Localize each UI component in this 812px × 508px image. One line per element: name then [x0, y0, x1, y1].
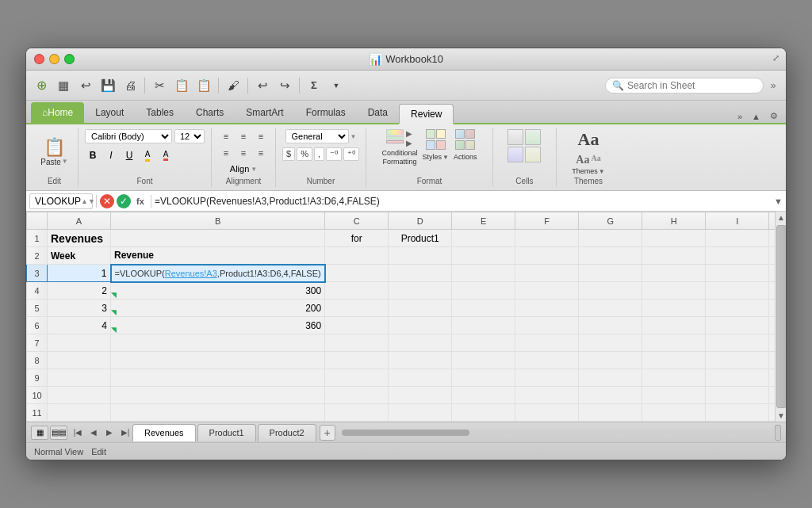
tab-charts[interactable]: Charts — [185, 102, 235, 123]
cell-f5[interactable] — [515, 300, 579, 317]
undo-button[interactable]: ↩ — [75, 75, 96, 96]
cell-i2[interactable] — [706, 247, 769, 265]
align-top-right-button[interactable]: ≡ — [253, 129, 269, 143]
search-input[interactable] — [627, 80, 756, 91]
copy-button[interactable]: 📋 — [171, 75, 192, 96]
formula-input[interactable] — [155, 196, 771, 207]
cell-a2[interactable]: Week — [48, 247, 111, 265]
cell-f9[interactable] — [515, 369, 579, 387]
cell-i8[interactable] — [706, 352, 769, 369]
formula-dropdown-button[interactable]: ▼ — [774, 197, 783, 206]
fullscreen-button[interactable]: ⤢ — [772, 53, 779, 63]
cell-g1[interactable] — [579, 230, 642, 247]
formula-function-button[interactable]: fx — [133, 194, 147, 208]
toolbar-overflow-button[interactable]: » — [765, 78, 781, 94]
cell-c3[interactable] — [325, 265, 389, 282]
cell-style-4[interactable] — [525, 147, 541, 162]
tab-review[interactable]: Review — [399, 104, 454, 124]
align-button[interactable]: Align ▼ — [227, 162, 260, 175]
cell-h6[interactable] — [642, 317, 706, 334]
ribbon-settings-button[interactable]: ⚙ — [767, 109, 781, 123]
tab-data[interactable]: Data — [357, 102, 399, 123]
cell-f10[interactable] — [515, 387, 579, 404]
conditional-formatting-button[interactable]: ▶ ▶ ConditionalFormatting — [381, 129, 417, 166]
align-center-button[interactable]: ≡ — [236, 146, 251, 160]
highlight-color-button[interactable]: A — [140, 147, 155, 163]
cell-g6[interactable] — [579, 317, 642, 334]
cell-a1[interactable]: Revenues — [48, 230, 111, 247]
cell-g7[interactable] — [579, 334, 642, 352]
cell-c8[interactable] — [325, 352, 389, 369]
page-view-button[interactable]: ▤▤ — [50, 426, 67, 440]
cell-c2[interactable] — [325, 247, 389, 265]
cell-d7[interactable] — [389, 334, 452, 352]
save-button[interactable]: 💾 — [98, 75, 118, 96]
cell-g11[interactable] — [579, 404, 642, 422]
cell-h11[interactable] — [642, 404, 706, 422]
first-sheet-button[interactable]: |◀ — [71, 426, 85, 440]
print-button[interactable]: 🖨 — [120, 75, 140, 96]
cell-g8[interactable] — [579, 352, 642, 369]
decrease-decimal-button[interactable]: ⁻⁰ — [326, 147, 342, 161]
cell-e9[interactable] — [452, 369, 515, 387]
scroll-down-button[interactable]: ▼ — [776, 410, 786, 422]
sheet-resize-handle[interactable] — [775, 425, 781, 441]
cell-i10[interactable] — [706, 387, 769, 404]
col-header-j[interactable]: J — [769, 212, 775, 230]
cell-f6[interactable] — [515, 317, 579, 334]
cell-reference-box[interactable]: VLOOKUP ▲▼ — [29, 193, 93, 209]
cell-a11[interactable] — [48, 404, 111, 422]
cell-e5[interactable] — [452, 300, 515, 317]
collapse-ribbon-button[interactable]: ▲ — [749, 110, 764, 123]
font-color-button[interactable]: A — [158, 147, 174, 163]
maximize-button[interactable] — [64, 54, 75, 64]
number-format-arrow[interactable]: ▼ — [350, 133, 357, 140]
cell-d8[interactable] — [389, 352, 452, 369]
cell-c5[interactable] — [325, 300, 389, 317]
cell-a8[interactable] — [48, 352, 111, 369]
sheet-tab-revenues[interactable]: Revenues — [132, 424, 196, 441]
align-right-button[interactable]: ≡ — [253, 146, 269, 160]
actions-button[interactable]: Actions — [454, 129, 477, 161]
cell-c9[interactable] — [325, 369, 389, 387]
col-header-h[interactable]: H — [642, 212, 706, 230]
add-sheet-button[interactable]: + — [320, 425, 335, 441]
cell-h7[interactable] — [642, 334, 706, 352]
cell-e2[interactable] — [452, 247, 515, 265]
scroll-up-button[interactable]: ▲ — [776, 212, 786, 223]
align-dropdown-arrow[interactable]: ▼ — [251, 166, 257, 173]
align-top-center-button[interactable]: ≡ — [236, 129, 251, 143]
cell-i4[interactable] — [706, 282, 769, 300]
cell-d2[interactable] — [389, 247, 452, 265]
format-painter-button[interactable]: 🖌 — [223, 75, 243, 96]
percent-button[interactable]: % — [297, 147, 312, 161]
cell-j7[interactable] — [769, 334, 775, 352]
col-header-e[interactable]: E — [452, 212, 515, 230]
cell-c11[interactable] — [325, 404, 389, 422]
cell-a6[interactable]: 4 — [48, 317, 111, 334]
tab-formulas[interactable]: Formulas — [295, 102, 357, 123]
cell-j6[interactable] — [769, 317, 775, 334]
cell-i11[interactable] — [706, 404, 769, 422]
cell-e1[interactable] — [452, 230, 515, 247]
cell-f11[interactable] — [515, 404, 579, 422]
cell-a5[interactable]: 3 — [48, 300, 111, 317]
font-size-select[interactable]: 12 — [174, 129, 205, 143]
cell-e4[interactable] — [452, 282, 515, 300]
cell-b3[interactable]: =VLOOKUP(Revenues!A3,Product1!A3:D6,4,FA… — [111, 265, 325, 282]
underline-button[interactable]: U — [121, 147, 137, 163]
next-sheet-button[interactable]: ▶ — [102, 426, 117, 440]
cell-b6[interactable]: 360 ◥ — [111, 317, 325, 334]
cell-h8[interactable] — [642, 352, 706, 369]
cell-b4[interactable]: 300 ◥ — [111, 282, 325, 300]
cut-button[interactable]: ✂ — [149, 75, 170, 96]
cell-ref-dropdown[interactable]: ▲▼ — [81, 197, 95, 205]
cell-e8[interactable] — [452, 352, 515, 369]
number-format-select[interactable]: General — [285, 129, 349, 143]
cell-i7[interactable] — [706, 334, 769, 352]
cell-e3[interactable] — [452, 265, 515, 282]
cell-h9[interactable] — [642, 369, 706, 387]
last-sheet-button[interactable]: ▶| — [118, 426, 132, 440]
col-header-c[interactable]: C — [325, 212, 389, 230]
sheet-tab-product2[interactable]: Product2 — [258, 424, 316, 441]
